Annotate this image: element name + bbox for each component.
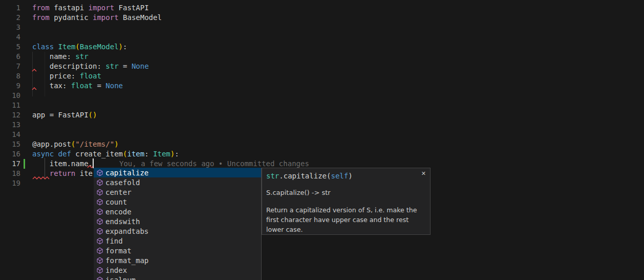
suggestion-item-format_map[interactable]: format_map	[94, 255, 261, 265]
code-token: app = FastAPI	[32, 111, 89, 119]
code-token: def	[58, 150, 71, 158]
code-editor[interactable]: 1from fastapi import FastAPI2from pydant…	[0, 0, 644, 280]
code-line[interactable]: 14	[0, 130, 644, 139]
line-number[interactable]: 7	[0, 62, 20, 71]
method-cube-icon	[96, 266, 104, 274]
line-number[interactable]: 14	[0, 130, 20, 139]
code-line[interactable]: 2from pydantic import BaseModel	[0, 13, 644, 23]
code-token: float	[80, 72, 101, 80]
suggestion-item-encode[interactable]: encode	[94, 207, 261, 216]
code-token: pydantic	[50, 13, 93, 22]
suggestion-label: format_map	[105, 256, 148, 265]
code-token: str	[105, 62, 118, 70]
line-number[interactable]: 4	[0, 32, 20, 42]
method-cube-icon	[96, 188, 104, 196]
code-token: fastapi	[50, 4, 89, 12]
code-line[interactable]: 9 tax: float = None	[0, 81, 644, 91]
code-token: :	[123, 43, 127, 51]
code-text: name: str	[20, 52, 89, 62]
code-token: )	[114, 140, 118, 148]
code-line[interactable]: 4	[0, 32, 644, 42]
line-number[interactable]: 15	[0, 139, 20, 149]
code-text: class Item(BaseModel):	[20, 42, 127, 52]
line-number[interactable]: 9	[0, 81, 20, 91]
signature-token: self	[331, 172, 348, 180]
active-indent-guide	[45, 158, 45, 178]
line-number[interactable]: 5	[0, 42, 20, 52]
method-cube-icon	[96, 217, 104, 226]
line-number[interactable]: 3	[0, 23, 20, 32]
code-line[interactable]: 12app = FastAPI()	[0, 110, 644, 120]
code-line[interactable]: 15@app.post("/items/")	[0, 139, 644, 149]
code-text: app = FastAPI()	[20, 110, 97, 120]
code-token: None	[132, 62, 149, 70]
code-token: tax:	[32, 82, 71, 90]
code-token: BaseModel	[119, 13, 162, 22]
suggestion-item-expandtabs[interactable]: expandtabs	[94, 226, 261, 236]
code-line[interactable]: 13	[0, 120, 644, 130]
code-token: create_item	[71, 150, 123, 158]
line-number[interactable]: 12	[0, 110, 20, 120]
code-line[interactable]: 6 name: str	[0, 52, 644, 62]
code-token: FastAPI	[114, 4, 148, 12]
suggestion-item-index[interactable]: index	[94, 265, 261, 275]
suggestion-label: capitalize	[105, 169, 148, 177]
modified-line-indicator	[24, 159, 25, 169]
signature-token: )	[348, 172, 352, 180]
suggestion-item-capitalize[interactable]: capitalize	[94, 168, 261, 177]
line-number[interactable]: 16	[0, 149, 20, 159]
suggestion-item-endswith[interactable]: endswith	[94, 216, 261, 226]
suggestion-label: index	[105, 266, 127, 274]
code-text: from pydantic import BaseModel	[20, 13, 162, 23]
code-token: item	[127, 150, 144, 158]
code-line[interactable]: 16async def create_item(item: Item):	[0, 149, 644, 159]
code-line[interactable]: 11	[0, 101, 644, 110]
line-number[interactable]: 10	[0, 91, 20, 101]
code-text	[20, 101, 32, 110]
suggestion-label: find	[105, 237, 123, 245]
code-token: from	[32, 13, 50, 22]
code-text	[20, 32, 32, 42]
method-signature: str.capitalize(self)	[266, 171, 426, 181]
suggestion-item-casefold[interactable]: casefold	[94, 177, 261, 187]
code-line[interactable]: 3	[0, 23, 644, 32]
code-line[interactable]: 1from fastapi import FastAPI	[0, 3, 644, 13]
suggestion-item-find[interactable]: find	[94, 236, 261, 246]
close-icon[interactable]: ✕	[421, 171, 426, 177]
code-token: (	[75, 43, 79, 51]
code-token	[54, 150, 58, 158]
method-cube-icon	[96, 208, 104, 216]
suggest-widget[interactable]: capitalizecasefoldcentercountencodeendsw…	[94, 168, 262, 280]
line-number[interactable]: 1	[0, 3, 20, 13]
indent-guide	[45, 52, 45, 96]
code-token: item.name.	[32, 159, 93, 168]
suggestion-label: encode	[105, 208, 132, 216]
code-token: )	[170, 150, 175, 158]
line-number[interactable]: 2	[0, 13, 20, 23]
code-line[interactable]: 5class Item(BaseModel):	[0, 42, 644, 52]
suggestion-item-count[interactable]: count	[94, 197, 261, 207]
doc-description: Return a capitalized version of S, i.e. …	[266, 205, 424, 234]
signature-token: str	[266, 172, 279, 180]
line-number[interactable]: 8	[0, 71, 20, 81]
error-squiggle	[32, 87, 37, 90]
suggestion-item-format[interactable]: format	[94, 246, 261, 255]
code-token: class	[32, 43, 54, 51]
code-line[interactable]: 8 price: float	[0, 71, 644, 81]
line-number[interactable]: 18	[0, 169, 20, 178]
line-number[interactable]: 13	[0, 120, 20, 130]
line-number[interactable]: 6	[0, 52, 20, 62]
method-cube-icon	[96, 276, 104, 280]
code-text: description: str = None	[20, 62, 149, 71]
code-line[interactable]: 10	[0, 91, 644, 101]
code-line[interactable]: 7 description: str = None	[0, 62, 644, 71]
suggestion-label: isalnum	[105, 276, 136, 280]
suggest-details-panel: str.capitalize(self) ✕ S.capitalize() ->…	[262, 168, 431, 235]
line-number[interactable]: 17	[0, 159, 20, 169]
method-cube-icon	[96, 227, 104, 235]
suggestion-item-center[interactable]: center	[94, 187, 261, 197]
code-token	[54, 43, 58, 51]
line-number[interactable]: 19	[0, 178, 20, 188]
suggestion-item-isalnum[interactable]: isalnum	[94, 275, 261, 280]
line-number[interactable]: 11	[0, 101, 20, 110]
